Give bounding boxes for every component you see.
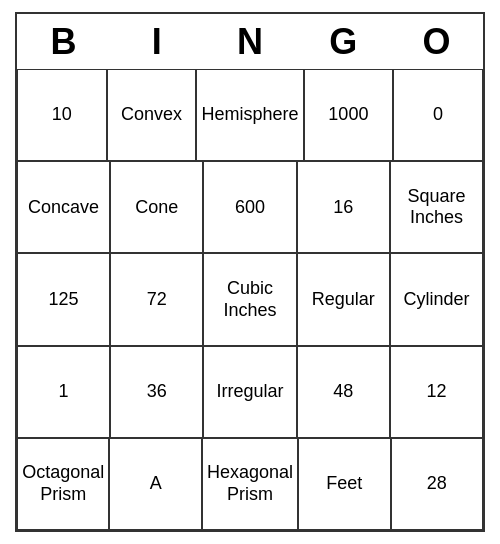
header-letter: I: [110, 14, 203, 69]
cell-r4-c3: Feet: [298, 438, 390, 530]
cell-r2-c4: Cylinder: [390, 253, 483, 345]
cell-r2-c0: 125: [17, 253, 110, 345]
header-letter: O: [390, 14, 483, 69]
header-letter: N: [203, 14, 296, 69]
cell-r0-c0: 10: [17, 69, 107, 161]
bingo-row: 12572Cubic InchesRegularCylinder: [17, 253, 483, 345]
cell-r1-c4: Square Inches: [390, 161, 483, 253]
cell-r0-c3: 1000: [304, 69, 394, 161]
cell-r4-c4: 28: [391, 438, 483, 530]
cell-r0-c4: 0: [393, 69, 483, 161]
cell-r3-c1: 36: [110, 346, 203, 438]
cell-r4-c0: Octagonal Prism: [17, 438, 109, 530]
cell-r4-c2: Hexagonal Prism: [202, 438, 298, 530]
bingo-card: BINGO 10ConvexHemisphere10000ConcaveCone…: [15, 12, 485, 532]
cell-r1-c0: Concave: [17, 161, 110, 253]
header-letter: G: [297, 14, 390, 69]
bingo-header: BINGO: [17, 14, 483, 69]
bingo-row: 10ConvexHemisphere10000: [17, 69, 483, 161]
cell-r3-c0: 1: [17, 346, 110, 438]
bingo-body: 10ConvexHemisphere10000ConcaveCone60016S…: [17, 69, 483, 530]
bingo-row: ConcaveCone60016Square Inches: [17, 161, 483, 253]
cell-r3-c2: Irregular: [203, 346, 296, 438]
cell-r1-c3: 16: [297, 161, 390, 253]
cell-r0-c1: Convex: [107, 69, 197, 161]
cell-r2-c2: Cubic Inches: [203, 253, 296, 345]
cell-r2-c1: 72: [110, 253, 203, 345]
cell-r1-c2: 600: [203, 161, 296, 253]
bingo-row: 136Irregular4812: [17, 346, 483, 438]
header-letter: B: [17, 14, 110, 69]
cell-r0-c2: Hemisphere: [196, 69, 303, 161]
cell-r1-c1: Cone: [110, 161, 203, 253]
cell-r4-c1: A: [109, 438, 201, 530]
cell-r2-c3: Regular: [297, 253, 390, 345]
cell-r3-c4: 12: [390, 346, 483, 438]
cell-r3-c3: 48: [297, 346, 390, 438]
bingo-row: Octagonal PrismAHexagonal PrismFeet28: [17, 438, 483, 530]
